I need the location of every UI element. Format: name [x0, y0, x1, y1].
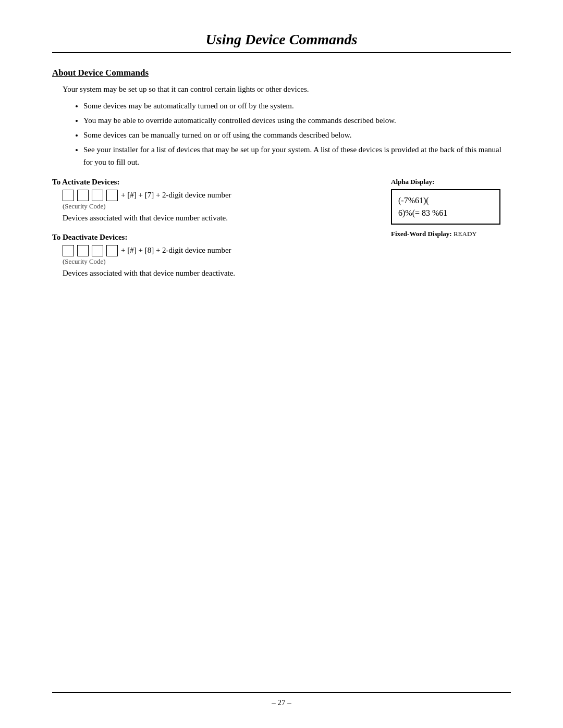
activate-section: To Activate Devices: + [#] + [7] + 2-dig…	[52, 178, 511, 286]
deactivate-key-box-1	[63, 245, 74, 256]
bullet-list: Some devices may be automatically turned…	[83, 100, 511, 168]
alpha-display-line2: 6)%(= 83 %61	[398, 208, 447, 217]
activate-command-text: + [#] + [7] + 2-digit device number	[121, 191, 231, 200]
key-box-2	[77, 190, 89, 201]
page-title: Using Device Commands	[52, 31, 511, 53]
section-heading: About Device Commands	[52, 68, 511, 78]
content-area: Using Device Commands About Device Comma…	[52, 31, 511, 697]
key-box-1	[63, 190, 74, 201]
activate-label: To Activate Devices:	[52, 178, 375, 187]
page: Using Device Commands About Device Comma…	[0, 0, 563, 728]
deactivate-result-text: Devices associated with that device numb…	[63, 269, 375, 278]
deactivate-command-text: + [#] + [8] + 2-digit device number	[121, 246, 231, 255]
key-box-3	[92, 190, 103, 201]
list-item: Some devices may be automatically turned…	[83, 100, 511, 112]
deactivate-key-box-2	[77, 245, 89, 256]
activate-right-col: Alpha Display: (-7%61)( 6)%(= 83 %61 Fix…	[391, 178, 511, 286]
page-number: – 27 –	[272, 698, 291, 707]
alpha-display-line1: (-7%61)(	[398, 196, 429, 205]
deactivate-key-box-4	[106, 245, 118, 256]
activate-command-row: + [#] + [7] + 2-digit device number	[63, 190, 375, 201]
activate-left-col: To Activate Devices: + [#] + [7] + 2-dig…	[52, 178, 375, 286]
deactivate-key-box-3	[92, 245, 103, 256]
list-item: See your installer for a list of devices…	[83, 143, 511, 168]
alpha-display-label: Alpha Display:	[391, 178, 511, 186]
deactivate-security-code: (Security Code)	[63, 257, 375, 266]
alpha-display-box: (-7%61)( 6)%(= 83 %61	[391, 189, 500, 225]
deactivate-section: To Deactivate Devices: + [#] + [8] + 2-d…	[52, 233, 375, 278]
intro-text: Your system may be set up so that it can…	[63, 83, 511, 95]
key-box-4	[106, 190, 118, 201]
deactivate-label: To Deactivate Devices:	[52, 233, 375, 242]
activate-security-code: (Security Code)	[63, 202, 375, 211]
list-item: You may be able to override automaticall…	[83, 114, 511, 127]
activate-result-text: Devices associated with that device numb…	[63, 214, 375, 223]
list-item: Some devices can be manually turned on o…	[83, 129, 511, 141]
fixed-word-display-label: Fixed-Word Display: READY	[391, 230, 511, 238]
page-footer: – 27 –	[52, 692, 511, 707]
deactivate-command-row: + [#] + [8] + 2-digit device number	[63, 245, 375, 256]
